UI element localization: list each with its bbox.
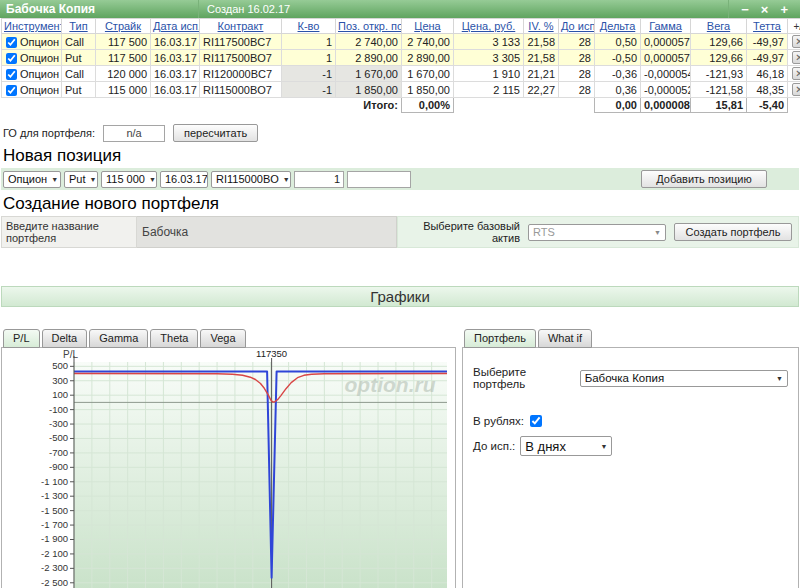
- cell-type: Put: [62, 50, 96, 66]
- go-row: ГО для портфеля: n/a пересчитать: [3, 124, 800, 142]
- column-header-4[interactable]: Контракт: [200, 19, 282, 34]
- position-row-0: ОпционCall117 50016.03.17RI117500BC712 7…: [2, 34, 800, 50]
- days-select[interactable]: В днях▼: [520, 436, 612, 456]
- cell-type: Call: [62, 66, 96, 82]
- column-header-14[interactable]: Тетта: [747, 19, 788, 34]
- delete-position-button[interactable]: ✕: [792, 35, 800, 48]
- minimize-icon[interactable]: −: [741, 3, 749, 16]
- cell-qty[interactable]: 1: [282, 50, 336, 66]
- chevron-down-icon: ▼: [596, 443, 607, 450]
- position-checkbox[interactable]: [6, 53, 17, 64]
- portfolio-select[interactable]: Бабочка Копия▼: [580, 370, 788, 387]
- cell-theta: -49,97: [747, 50, 788, 66]
- newpos-contract-select[interactable]: RI115000BO▼: [211, 171, 291, 188]
- cell-iv: 21,58: [524, 50, 559, 66]
- newpos-type-select[interactable]: Put▼: [64, 171, 98, 188]
- svg-text:option.ru: option.ru: [345, 373, 436, 396]
- cell-iv: 21,21: [524, 66, 559, 82]
- column-header-11[interactable]: Дельта: [595, 19, 641, 34]
- column-header-0[interactable]: Инструмент: [2, 19, 62, 34]
- newpos-price-input[interactable]: [347, 171, 411, 188]
- cell-price_rub: 3 133: [454, 34, 524, 50]
- svg-text:100: 100: [52, 389, 68, 400]
- cell-strike: 120 000: [96, 66, 151, 82]
- cell-qty[interactable]: 1: [282, 34, 336, 50]
- rubles-label: В рублях:: [473, 415, 524, 427]
- tab-gamma[interactable]: Gamma: [89, 329, 148, 348]
- tab-портфель[interactable]: Портфель: [464, 329, 536, 348]
- positions-body: ОпционCall117 50016.03.17RI117500BC712 7…: [2, 34, 800, 98]
- recalculate-button[interactable]: пересчитать: [173, 124, 258, 142]
- cell-expiry: 16.03.17: [151, 50, 200, 66]
- position-checkbox[interactable]: [6, 69, 17, 80]
- delete-position-button[interactable]: ✕: [792, 67, 800, 80]
- delete-position-button[interactable]: ✕: [792, 51, 800, 64]
- days-row: До исп.: В днях▼: [473, 436, 788, 456]
- column-header-2[interactable]: Страйк: [96, 19, 151, 34]
- chevron-down-icon: ▼: [650, 229, 661, 236]
- cell-open_price[interactable]: 2 740,00: [336, 34, 402, 50]
- newpos-instrument-select[interactable]: Опцион▼: [3, 171, 61, 188]
- cell-vega: 129,66: [691, 50, 747, 66]
- cell-contract: RI115000BO7: [200, 82, 282, 98]
- base-asset-select[interactable]: RTS▼: [528, 224, 666, 241]
- cell-open_price[interactable]: 2 890,00: [336, 50, 402, 66]
- cell-open_price[interactable]: 1 670,00: [336, 66, 402, 82]
- cell-theta: -49,97: [747, 34, 788, 50]
- rubles-checkbox[interactable]: [530, 415, 542, 427]
- svg-text:-900: -900: [49, 461, 68, 472]
- add-position-button[interactable]: Добавить позицию: [641, 170, 767, 188]
- tab-what-if[interactable]: What if: [538, 329, 592, 348]
- go-value-field[interactable]: n/a: [103, 125, 165, 142]
- cell-gamma: -0,000052: [641, 82, 691, 98]
- column-header-1[interactable]: Тип: [62, 19, 96, 34]
- cell-qty[interactable]: -1: [282, 66, 336, 82]
- rubles-row: В рублях:: [473, 412, 788, 430]
- tab-p-l[interactable]: P/L: [3, 329, 40, 348]
- svg-text:-500: -500: [49, 432, 68, 443]
- instrument-label: Опцион: [20, 52, 59, 64]
- settings-panel: ПортфельWhat if Выберите портфель Бабочк…: [462, 329, 799, 588]
- column-header-7[interactable]: Цена: [402, 19, 454, 34]
- tab-vega[interactable]: Vega: [200, 329, 245, 348]
- portfolio-name-input[interactable]: Бабочка: [137, 216, 397, 248]
- column-header-8[interactable]: Цена, руб.: [454, 19, 524, 34]
- tab-theta[interactable]: Theta: [150, 329, 198, 348]
- create-right-area: Выберите базовый актив RTS▼ Создать порт…: [397, 216, 799, 248]
- totals-label: Итого:: [336, 98, 402, 113]
- portfolio-created-date: Создан 16.02.17: [199, 3, 728, 15]
- column-header-5[interactable]: К-во: [282, 19, 336, 34]
- positions-table: ИнструментТипСтрайкДата исп.КонтрактК-во…: [1, 18, 800, 113]
- cell-price_rub: 3 305: [454, 50, 524, 66]
- newpos-strike-select[interactable]: 115 000▼: [101, 171, 157, 188]
- add-icon[interactable]: +: [780, 3, 788, 16]
- column-header-9[interactable]: IV. %: [524, 19, 559, 34]
- charts-panels: P/LDeltaGammaThetaVega 117350option.ru50…: [1, 329, 799, 588]
- svg-text:-2 100: -2 100: [41, 548, 68, 559]
- column-header-13[interactable]: Вега: [691, 19, 747, 34]
- cell-price_rub: 1 910: [454, 66, 524, 82]
- column-header-10[interactable]: До исп: [559, 19, 595, 34]
- column-header-3[interactable]: Дата исп.: [151, 19, 200, 34]
- svg-text:300: 300: [52, 375, 68, 386]
- create-portfolio-button[interactable]: Создать портфель: [674, 223, 792, 241]
- cell-days: 28: [559, 82, 595, 98]
- cell-open_price[interactable]: 1 850,00: [336, 82, 402, 98]
- chevron-down-icon: ▼: [279, 176, 290, 183]
- svg-text:-2 500: -2 500: [41, 577, 68, 588]
- column-header-6[interactable]: Поз. откр. по: [336, 19, 402, 34]
- newpos-qty-input[interactable]: 1: [294, 171, 344, 188]
- cell-price: 2 890,00: [402, 50, 454, 66]
- column-header-12[interactable]: Гамма: [641, 19, 691, 34]
- cell-expiry: 16.03.17: [151, 82, 200, 98]
- charts-section-title: Графики: [1, 286, 799, 307]
- newpos-expiry-select[interactable]: 16.03.17M▼: [160, 171, 208, 188]
- tab-delta[interactable]: Delta: [42, 329, 88, 348]
- position-checkbox[interactable]: [6, 85, 17, 96]
- cell-qty[interactable]: -1: [282, 82, 336, 98]
- position-checkbox[interactable]: [6, 37, 17, 48]
- cell-contract: RI117500BO7: [200, 50, 282, 66]
- cell-gamma: -0,000054: [641, 66, 691, 82]
- delete-position-button[interactable]: ✕: [792, 83, 800, 96]
- close-icon[interactable]: ×: [761, 3, 769, 16]
